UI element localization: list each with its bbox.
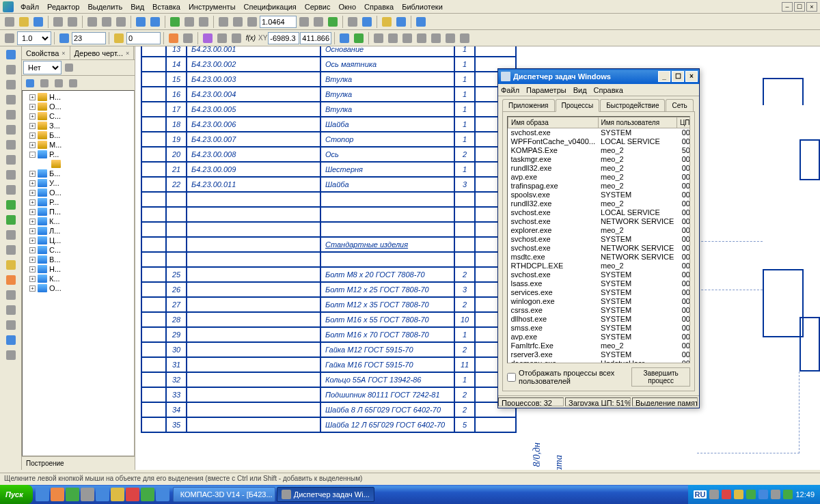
tree-item[interactable]: +С... <box>24 245 133 255</box>
tray-icon[interactable] <box>758 490 768 499</box>
tm-tab[interactable]: Сеть <box>666 99 693 111</box>
tool-button[interactable] <box>197 15 210 29</box>
edit-tool[interactable] <box>1 288 20 302</box>
tree-item[interactable]: +Ц... <box>24 236 133 245</box>
preview-button[interactable] <box>66 15 79 29</box>
refresh-button[interactable] <box>326 15 340 29</box>
tree-view-button[interactable] <box>38 76 51 90</box>
menu-инструменты[interactable]: Инструменты <box>184 1 240 12</box>
hatch-tool[interactable] <box>1 183 20 197</box>
ql-icon[interactable] <box>36 488 49 501</box>
cy-input[interactable] <box>300 32 331 44</box>
color-button[interactable] <box>112 31 126 45</box>
process-row[interactable]: WPFFontCache_v0400...LOCAL SERVICE004 67… <box>508 137 691 146</box>
pan-button[interactable] <box>312 15 325 29</box>
tm-titlebar[interactable]: Диспетчер задач Windows _ ☐ × <box>498 69 699 84</box>
dim-button[interactable] <box>443 31 457 45</box>
zoom-out-button[interactable] <box>297 15 311 29</box>
tool-button[interactable] <box>346 15 359 29</box>
tree-item[interactable]: +С... <box>24 111 133 121</box>
cut-button[interactable] <box>85 15 99 29</box>
geometry-tool[interactable] <box>1 63 20 76</box>
tray-icon[interactable] <box>771 490 780 499</box>
process-row[interactable]: taskmgr.exemeo_2001 980 КБ <box>508 155 691 164</box>
edit-tool[interactable] <box>1 318 20 332</box>
geometry-tool[interactable] <box>1 48 20 61</box>
layer-button[interactable] <box>3 31 16 45</box>
tree-item[interactable]: +Л... <box>24 226 133 236</box>
tab-drawing-tree[interactable]: Дерево черт...× <box>70 46 135 59</box>
tree-item[interactable]: +М... <box>24 140 133 150</box>
vars-button[interactable] <box>394 15 408 29</box>
circle-tool[interactable] <box>1 108 20 122</box>
tree-item[interactable]: +З... <box>24 121 133 130</box>
tray-icon[interactable] <box>734 490 743 499</box>
process-row[interactable]: daemonu.exeUpdatusUser004 988 КБ <box>508 359 691 364</box>
tm-minimize-button[interactable]: _ <box>658 71 670 82</box>
dim-tool[interactable] <box>1 213 20 227</box>
library-button[interactable] <box>380 15 394 29</box>
menu-вставка[interactable]: Вставка <box>148 1 184 12</box>
edit-tool[interactable] <box>1 258 20 272</box>
menu-спецификация[interactable]: Спецификация <box>240 1 301 12</box>
tm-col-header[interactable]: ЦП <box>676 117 690 128</box>
tool-button[interactable] <box>360 15 374 29</box>
dim-button[interactable] <box>372 31 385 45</box>
zoom-window-button[interactable] <box>231 15 245 29</box>
ql-icon[interactable] <box>141 488 154 501</box>
tree-item[interactable]: +Н... <box>24 92 133 102</box>
tree-item[interactable]: +Н... <box>24 264 133 274</box>
tray-icon[interactable] <box>722 490 731 499</box>
show-all-users-checkbox[interactable]: Отображать процессы всех пользователей <box>507 369 626 385</box>
ql-icon[interactable] <box>96 488 109 501</box>
process-row[interactable]: svchost.exeSYSTEM007 532 КБ <box>508 270 691 279</box>
process-row[interactable]: lsass.exeSYSTEM00860 КБ <box>508 279 691 288</box>
taskbar-task[interactable]: Диспетчер задач Wi... <box>277 487 374 502</box>
process-row[interactable]: avp.exeSYSTEM0030 572 КБ <box>508 333 691 341</box>
tree-panel[interactable]: +Н...+О...+С...+З...+Б...+М...-Р...+Б...… <box>22 90 135 456</box>
tray-icon[interactable] <box>783 490 793 499</box>
taskbar-task[interactable]: КОМПАС-3D V14 - [Б423... <box>173 487 275 502</box>
process-row[interactable]: msdtc.exeNETWORK SERVICE005 428 КБ <box>508 253 691 262</box>
tray-icon[interactable] <box>746 490 756 499</box>
tm-menu-item[interactable]: Справка <box>594 86 623 94</box>
tm-maximize-button[interactable]: ☐ <box>672 71 684 82</box>
param-tool[interactable] <box>1 348 20 362</box>
dim-button[interactable] <box>400 31 414 45</box>
open-button[interactable] <box>17 15 31 29</box>
lang-indicator[interactable]: RU <box>694 490 707 499</box>
ql-icon[interactable] <box>126 488 139 501</box>
menu-файл[interactable]: Файл <box>16 1 43 12</box>
text-tool[interactable] <box>1 138 20 152</box>
mdi-restore-button[interactable]: ☐ <box>794 2 805 12</box>
tree-item[interactable]: -Р... <box>24 150 133 159</box>
drawing-canvas[interactable]: 13Б4.23.00.001Основание114Б4.23.00.002Ос… <box>135 46 820 470</box>
zoom-fit-button[interactable] <box>217 15 230 29</box>
tree-item[interactable]: +Б... <box>24 169 133 178</box>
coord2-input[interactable] <box>126 32 161 44</box>
arc-tool[interactable] <box>1 123 20 137</box>
tool-button[interactable] <box>168 15 182 29</box>
tree-view-button[interactable] <box>52 76 66 90</box>
tree-item[interactable]: +Р... <box>24 197 133 207</box>
edit-tool[interactable] <box>1 303 20 317</box>
cx-input[interactable] <box>268 32 299 44</box>
process-row[interactable]: dllhost.exeSYSTEM007 884 КБ <box>508 315 691 324</box>
tm-close-button[interactable]: × <box>685 71 698 82</box>
rect-tool[interactable] <box>1 93 20 107</box>
process-row[interactable]: explorer.exemeo_20030 100 КБ <box>508 226 691 235</box>
close-tab-icon[interactable]: × <box>62 50 65 57</box>
tool-button[interactable] <box>167 31 180 45</box>
mdi-close-button[interactable]: × <box>806 2 817 12</box>
paste-button[interactable] <box>114 15 128 29</box>
tm-menu-item[interactable]: Вид <box>573 86 587 94</box>
redo-button[interactable] <box>148 15 162 29</box>
menu-окно[interactable]: Окно <box>334 1 360 12</box>
tree-item[interactable]: +У... <box>24 178 133 188</box>
tray-icon[interactable] <box>709 490 719 499</box>
bottom-tab-construction[interactable]: Построение <box>22 456 135 470</box>
tool-button[interactable] <box>182 15 196 29</box>
process-row[interactable]: winlogon.exeSYSTEM009 864 КБ <box>508 297 691 306</box>
fx-button[interactable]: f(x) <box>244 31 258 45</box>
dim-button[interactable] <box>415 31 428 45</box>
